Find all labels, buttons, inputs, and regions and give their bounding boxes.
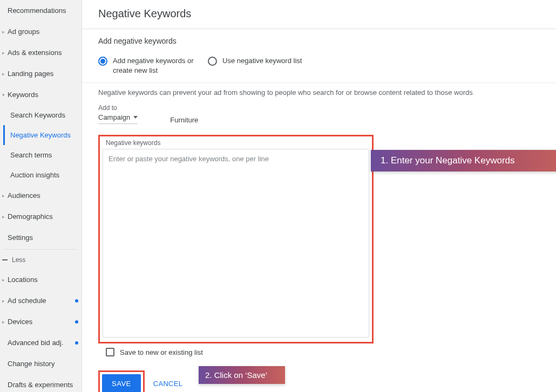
nav-ads-extensions[interactable]: ▸Ads & extensions <box>0 42 82 63</box>
nav-change-history[interactable]: ▸Change history <box>0 353 82 374</box>
section-subheader: Add negative keywords <box>82 29 556 49</box>
radio-add-new[interactable]: Add negative keywords or create new list <box>98 56 194 75</box>
nav-label: Ad groups <box>8 27 39 36</box>
nav-ad-schedule[interactable]: ▸Ad schedule <box>0 290 82 311</box>
radio-label: Use negative keyword list <box>222 56 302 66</box>
nav-label: Drafts & experiments <box>8 381 73 389</box>
main-panel: Negative Keywords Add negative keywords … <box>82 0 556 392</box>
nav-advanced-bid-adj[interactable]: ▸Advanced bid adj. <box>0 332 82 353</box>
button-row: SAVE CANCEL <box>82 360 556 392</box>
nav-drafts-experiments[interactable]: ▸Drafts & experiments <box>0 374 82 392</box>
add-to-label: Add to <box>98 104 138 112</box>
nav-label: Recommendations <box>8 6 66 15</box>
divider <box>4 249 77 250</box>
page-header: Negative Keywords <box>82 0 556 29</box>
save-button[interactable]: SAVE <box>102 374 141 392</box>
chevron-right-icon: ▸ <box>2 298 6 304</box>
helper-text: Negative keywords can prevent your ad fr… <box>82 83 556 101</box>
status-dot-icon <box>75 299 78 302</box>
nav-ad-groups[interactable]: ▸Ad groups <box>0 21 82 42</box>
less-label: Less <box>12 256 25 264</box>
nav-label: Advanced bid adj. <box>8 339 63 347</box>
nav-recommendations[interactable]: ▸Recommendations <box>0 0 82 21</box>
annotation-callout-1: 1. Enter your Negative Keywords <box>371 150 556 171</box>
sidebar: ▸Recommendations ▸Ad groups ▸Ads & exten… <box>0 0 82 392</box>
chevron-right-icon: ▸ <box>2 71 6 77</box>
minus-icon <box>2 259 8 260</box>
nav-label: Ad schedule <box>8 297 46 305</box>
negative-keywords-label: Negative keywords <box>103 139 369 149</box>
save-to-list-checkbox[interactable] <box>106 348 114 356</box>
negative-keywords-box: Negative keywords <box>98 135 374 343</box>
section-subtitle: Add negative keywords <box>98 37 540 45</box>
nav-less[interactable]: Less <box>0 251 82 269</box>
nav-label: Locations <box>8 276 38 284</box>
add-to-value: Campaign <box>98 113 130 121</box>
nav-locations[interactable]: ▸Locations <box>0 269 82 290</box>
keywords-subnav: Search Keywords Negative Keywords Search… <box>0 105 82 185</box>
save-to-list-row: Save to new or existing list <box>82 343 556 360</box>
status-dot-icon <box>75 320 78 324</box>
add-to-dropdown[interactable]: Campaign <box>98 112 138 124</box>
nav-landing-pages[interactable]: ▸Landing pages <box>0 63 82 84</box>
radio-row: Add negative keywords or create new list… <box>82 49 556 83</box>
negative-keywords-input[interactable] <box>103 149 369 338</box>
save-button-highlight: SAVE <box>98 370 145 392</box>
nav-label: Landing pages <box>8 70 53 78</box>
radio-icon <box>98 57 107 66</box>
nav-demographics[interactable]: ▸Demographics <box>0 206 82 227</box>
subnav-search-terms[interactable]: Search terms <box>3 145 82 165</box>
nav-devices[interactable]: ▸Devices <box>0 311 82 332</box>
nav-label: Settings <box>8 233 33 242</box>
chevron-right-icon: ▸ <box>2 193 6 198</box>
radio-use-list[interactable]: Use negative keyword list <box>208 56 302 66</box>
nav-label: Demographics <box>8 212 53 221</box>
annotation-callout-2: 2. Click on ‘Save’ <box>199 366 285 384</box>
nav-keywords[interactable]: ▾Keywords <box>0 84 82 105</box>
chevron-right-icon: ▸ <box>2 29 6 35</box>
save-to-list-label: Save to new or existing list <box>120 348 203 356</box>
radio-label: Add negative keywords or create new list <box>113 56 194 75</box>
subnav-negative-keywords[interactable]: Negative Keywords <box>3 125 82 145</box>
nav-label: Audiences <box>8 191 40 200</box>
chevron-right-icon: ▸ <box>2 214 6 219</box>
nav-label: Change history <box>8 360 55 368</box>
page-title: Negative Keywords <box>98 8 540 20</box>
chevron-down-icon <box>133 116 138 119</box>
cancel-button[interactable]: CANCEL <box>153 380 183 388</box>
chevron-right-icon: ▸ <box>2 277 6 283</box>
campaign-name: Furniture <box>170 116 198 124</box>
nav-settings[interactable]: ▸Settings <box>0 227 82 248</box>
nav-label: Ads & extensions <box>8 49 62 57</box>
subnav-search-keywords[interactable]: Search Keywords <box>3 105 82 125</box>
nav-label: Devices <box>8 318 32 326</box>
status-dot-icon <box>75 341 78 345</box>
nav-audiences[interactable]: ▸Audiences <box>0 185 82 206</box>
chevron-right-icon: ▸ <box>2 50 6 56</box>
add-to-row: Add to Campaign Furniture <box>82 101 556 128</box>
chevron-right-icon: ▸ <box>2 319 6 325</box>
subnav-auction-insights[interactable]: Auction insights <box>3 165 82 185</box>
nav-label: Keywords <box>8 91 38 99</box>
chevron-down-icon: ▾ <box>2 92 6 98</box>
radio-icon <box>208 57 217 66</box>
